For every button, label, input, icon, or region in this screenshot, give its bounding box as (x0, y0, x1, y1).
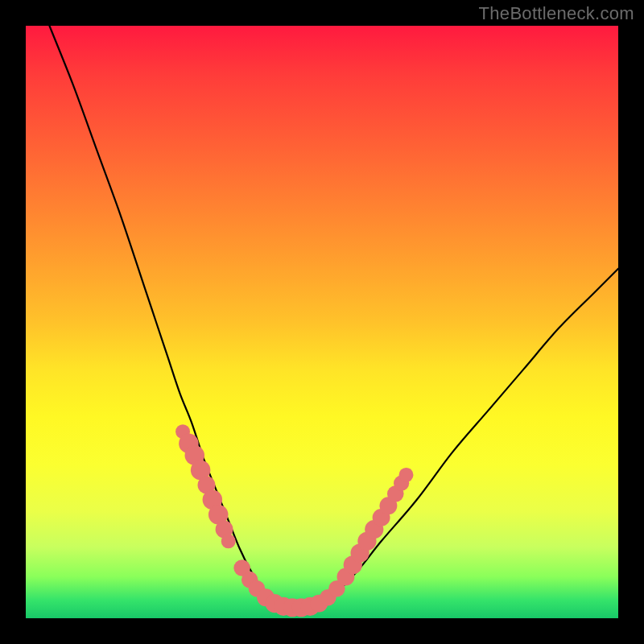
data-point-clusters (175, 424, 413, 617)
chart-frame: TheBottleneck.com (0, 0, 644, 644)
watermark-text: TheBottleneck.com (479, 3, 634, 24)
data-point (399, 468, 414, 482)
data-point (221, 534, 236, 548)
plot-area (26, 26, 618, 618)
bottleneck-curve (49, 26, 618, 609)
chart-svg (26, 26, 618, 618)
